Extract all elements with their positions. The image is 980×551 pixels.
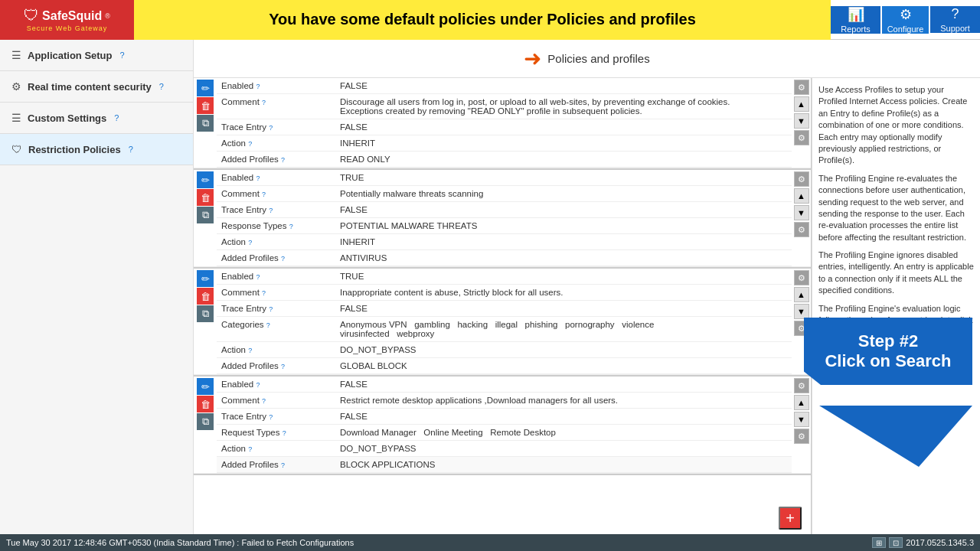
- status-icon-1[interactable]: ⊞: [872, 537, 886, 548]
- scroll-gear-3[interactable]: ⚙: [794, 270, 809, 285]
- reports-icon: 📊: [848, 6, 864, 23]
- status-icons: ⊞ ⊡ 2017.0525.1345.3: [872, 537, 974, 548]
- table-row: Enabled ? TRUE: [217, 269, 792, 285]
- restriction-policies-help-icon[interactable]: ?: [129, 145, 133, 154]
- sidebar-item-restriction-policies[interactable]: 🛡 Restriction Policies ?: [0, 134, 193, 165]
- scroll-gear2-4[interactable]: ⚙: [794, 429, 809, 444]
- logo-reg: ®: [105, 12, 110, 20]
- custom-settings-icon: ☰: [11, 112, 21, 124]
- policy-block-1: ✏ 🗑 ⧉ Enabled ? FALSE Comment ? Disc: [194, 78, 811, 170]
- table-row: Response Types ? POTENTIAL MALWARE THREA…: [217, 218, 792, 234]
- scroll-gear2-1[interactable]: ⚙: [794, 130, 809, 145]
- table-row: Action ? DO_NOT_BYPASS: [217, 342, 792, 358]
- scroll-up-3[interactable]: ▲: [794, 287, 809, 302]
- header: 🛡 SafeSquid ® Secure Web Gateway You hav…: [0, 0, 980, 40]
- step-line1: Step #2: [819, 331, 957, 351]
- table-row: Enabled ? FALSE: [217, 377, 792, 393]
- sidebar-label-realtime: Real time content security: [28, 81, 152, 93]
- delete-button-4[interactable]: 🗑: [197, 396, 214, 412]
- configure-icon: ⚙: [900, 6, 912, 23]
- policy-row: ✏ 🗑 ⧉ Enabled ? TRUE Comment ? Poten: [194, 170, 811, 267]
- sidebar-label-application-setup: Application Setup: [28, 50, 113, 61]
- logo-shield-icon: 🛡: [24, 7, 39, 24]
- scroll-up-2[interactable]: ▲: [794, 188, 809, 204]
- application-setup-help-icon[interactable]: ?: [120, 51, 125, 60]
- policy-block-2: ✏ 🗑 ⧉ Enabled ? TRUE Comment ? Poten: [194, 170, 811, 269]
- realtime-help-icon[interactable]: ?: [159, 82, 164, 91]
- scroll-gear2-2[interactable]: ⚙: [794, 222, 809, 237]
- scroll-ctrl-2: ⚙ ▲ ▼ ⚙: [792, 170, 811, 239]
- logo-text: SafeSquid: [42, 9, 102, 23]
- table-row: Categories ? Anonymous VPN gambling hack…: [217, 317, 792, 342]
- sidebar-item-custom-settings[interactable]: ☰ Custom Settings ?: [0, 103, 193, 134]
- step-tooltip: Step #2 Click on Search: [804, 318, 972, 385]
- policies-header: ➜ Policies and profiles: [194, 40, 980, 78]
- copy-button-3[interactable]: ⧉: [197, 305, 214, 322]
- sidebar-label-custom-settings: Custom Settings: [28, 112, 106, 124]
- scroll-down-3[interactable]: ▼: [794, 304, 809, 319]
- scroll-down-4[interactable]: ▼: [794, 412, 809, 427]
- logo-subtitle: Secure Web Gateway: [27, 24, 107, 32]
- delete-button-2[interactable]: 🗑: [197, 189, 214, 206]
- version-text: 2017.0525.1345.3: [906, 538, 974, 547]
- table-row: Action ? INHERIT: [217, 135, 792, 152]
- step-arrow-icon: [819, 406, 972, 467]
- logo: 🛡 SafeSquid ® Secure Web Gateway: [0, 0, 134, 40]
- restriction-policies-icon: 🛡: [11, 143, 22, 155]
- table-row: Added Profiles ? GLOBAL BLOCK: [217, 358, 792, 374]
- policy-actions-1: ✏ 🗑 ⧉: [194, 78, 217, 133]
- table-row: Added Profiles ? ANTIVIRUS: [217, 250, 792, 266]
- table-row: Trace Entry ? FALSE: [217, 301, 792, 317]
- scroll-down-2[interactable]: ▼: [794, 205, 809, 220]
- reports-label: Reports: [841, 24, 871, 34]
- custom-settings-help-icon[interactable]: ?: [114, 113, 119, 122]
- table-area[interactable]: ✏ 🗑 ⧉ Enabled ? FALSE Comment ? Disc: [194, 78, 812, 534]
- scroll-gear-2[interactable]: ⚙: [794, 171, 809, 187]
- table-row: Enabled ? TRUE: [217, 170, 792, 186]
- scroll-gear-1[interactable]: ⚙: [794, 80, 809, 95]
- edit-button-3[interactable]: ✏: [197, 270, 214, 287]
- delete-button-1[interactable]: 🗑: [197, 97, 214, 114]
- table-row: Action ? INHERIT: [217, 234, 792, 250]
- delete-button-3[interactable]: 🗑: [197, 288, 214, 305]
- copy-button-4[interactable]: ⧉: [197, 413, 214, 430]
- policies-arrow-icon: ➜: [524, 46, 541, 71]
- table-row: Comment ? Discourage all users from log …: [217, 94, 792, 119]
- sidebar-item-realtime[interactable]: ⚙ Real time content security ?: [0, 71, 193, 103]
- copy-button-1[interactable]: ⧉: [197, 115, 214, 132]
- scroll-ctrl-1: ⚙ ▲ ▼ ⚙: [792, 78, 811, 147]
- edit-button-2[interactable]: ✏: [197, 171, 214, 188]
- configure-button[interactable]: ⚙ Configure: [880, 6, 930, 34]
- sidebar: ☰ Application Setup ? ⚙ Real time conten…: [0, 40, 194, 534]
- table-row: Comment ? Inappropriate content is abuse…: [217, 285, 792, 301]
- table-row: Enabled ? FALSE: [217, 78, 792, 94]
- step-line2: Click on Search: [819, 351, 957, 371]
- policy-block-4: ✏ 🗑 ⧉ Enabled ? FALSE Comment ? Rest: [194, 377, 811, 475]
- banner-text: You have some default policies under Pol…: [269, 11, 696, 28]
- status-bar: Tue May 30 2017 12:48:46 GMT+0530 (India…: [0, 534, 980, 551]
- edit-button-4[interactable]: ✏: [197, 378, 214, 395]
- right-panel-text-2: The Profiling Engine re-evaluates the co…: [818, 173, 974, 243]
- banner: You have some default policies under Pol…: [134, 0, 831, 40]
- scroll-up-4[interactable]: ▲: [794, 395, 809, 410]
- edit-button-1[interactable]: ✏: [197, 80, 214, 96]
- reports-button[interactable]: 📊 Reports: [831, 6, 880, 34]
- support-button[interactable]: ? Support: [930, 6, 980, 33]
- table-row: Request Types ? Download Manager Online …: [217, 425, 792, 441]
- policy-row: ✏ 🗑 ⧉ Enabled ? FALSE Comment ? Rest: [194, 377, 811, 474]
- scroll-gear-4[interactable]: ⚙: [794, 378, 809, 393]
- copy-button-2[interactable]: ⧉: [197, 207, 214, 223]
- table-row: Added Profiles ? BLOCK APPLICATIONS: [217, 457, 792, 473]
- scroll-up-1[interactable]: ▲: [794, 96, 809, 112]
- sidebar-item-application-setup[interactable]: ☰ Application Setup ?: [0, 40, 193, 71]
- support-label: Support: [940, 24, 970, 33]
- status-text: Tue May 30 2017 12:48:46 GMT+0530 (India…: [6, 538, 354, 547]
- table-row: Trace Entry ? FALSE: [217, 119, 792, 135]
- realtime-icon: ⚙: [11, 80, 21, 93]
- status-icon-2[interactable]: ⊡: [889, 537, 903, 548]
- policy-row: ✏ 🗑 ⧉ Enabled ? FALSE Comment ? Disc: [194, 78, 811, 168]
- scroll-down-1[interactable]: ▼: [794, 113, 809, 129]
- add-policy-button[interactable]: +: [779, 507, 802, 530]
- policy-block-3: ✏ 🗑 ⧉ Enabled ? TRUE Comment ? Inapp: [194, 269, 811, 377]
- right-panel-text-1: Use Access Profiles to setup your Profil…: [818, 84, 974, 167]
